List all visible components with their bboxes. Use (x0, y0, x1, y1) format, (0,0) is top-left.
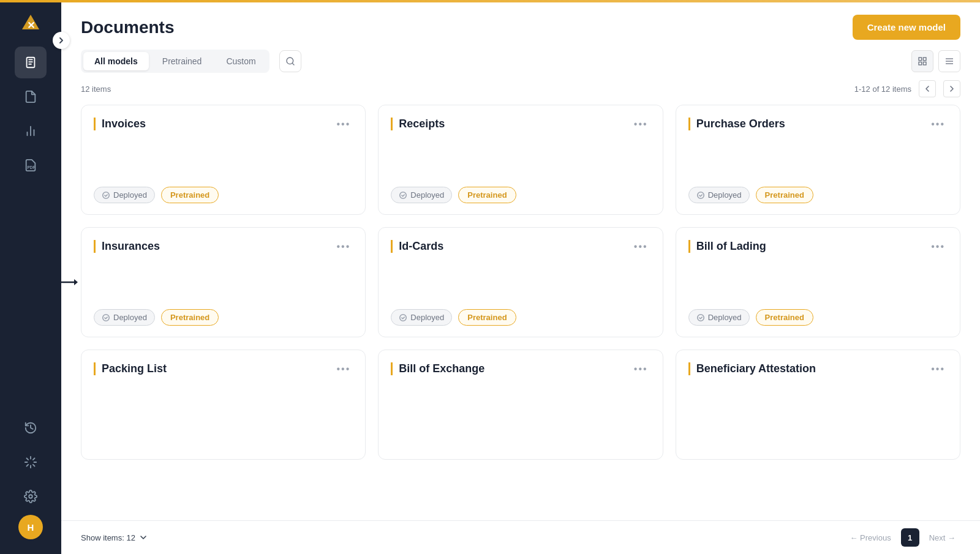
card-title: Beneficiary Attestation (688, 362, 816, 375)
card-footer: Deployed Pretrained (94, 187, 353, 203)
card-menu-button[interactable]: ••• (929, 240, 948, 253)
card-header: Bill of Exchange ••• (391, 362, 650, 376)
card-menu-button[interactable]: ••• (334, 240, 353, 253)
svg-text:✕: ✕ (27, 20, 35, 31)
list-view-button[interactable] (938, 50, 960, 72)
card-title: Bill of Exchange (391, 362, 484, 375)
card-header: Packing List ••• (94, 362, 353, 376)
svg-rect-10 (919, 58, 922, 61)
prev-page-button[interactable] (919, 80, 936, 97)
card-title: Packing List (94, 362, 167, 375)
tab-all-models[interactable]: All models (83, 52, 149, 70)
card-id-cards: Id-Cards ••• Deployed Pretrained (378, 227, 663, 337)
deployed-badge: Deployed (391, 309, 452, 326)
pretrained-badge: Pretrained (458, 309, 516, 326)
card-footer: Deployed Pretrained (391, 309, 650, 326)
card-menu-button[interactable]: ••• (929, 118, 948, 131)
sidebar-item-spinner[interactable] (15, 446, 47, 478)
card-menu-button[interactable]: ••• (334, 362, 353, 376)
bottom-bar: Show items: 12 ← Previous 1 Next → (61, 520, 980, 554)
svg-point-7 (29, 495, 32, 498)
svg-rect-13 (923, 62, 926, 65)
header: Documents Create new model (61, 0, 980, 50)
svg-text:PDF: PDF (28, 165, 36, 170)
search-button[interactable] (279, 50, 301, 72)
card-header: Purchase Orders ••• (688, 118, 948, 131)
card-menu-button[interactable]: ••• (631, 362, 650, 376)
card-header: Bill of Lading ••• (688, 240, 948, 253)
sidebar-bottom: H (15, 412, 47, 544)
pagination-info: 1-12 of 12 items (854, 80, 960, 97)
pretrained-badge: Pretrained (161, 187, 219, 203)
sidebar-item-pdf[interactable]: PDF (15, 149, 47, 181)
card-footer: Deployed Pretrained (391, 187, 650, 203)
deployed-badge: Deployed (688, 187, 750, 203)
previous-button[interactable]: ← Previous (845, 531, 895, 545)
sidebar-item-files[interactable] (15, 81, 47, 113)
svg-point-24 (697, 314, 704, 321)
page-title: Documents (81, 18, 174, 37)
card-footer: Deployed Pretrained (688, 309, 948, 326)
sidebar-nav: PDF (0, 47, 61, 407)
card-title: Insurances (94, 240, 160, 253)
next-button[interactable]: Next → (924, 531, 960, 545)
svg-point-22 (103, 314, 110, 321)
svg-line-9 (292, 63, 294, 65)
show-items-selector[interactable]: Show items: 12 (81, 533, 148, 542)
pretrained-badge: Pretrained (458, 187, 516, 203)
card-header: Id-Cards ••• (391, 240, 650, 253)
card-menu-button[interactable]: ••• (631, 240, 650, 253)
card-menu-button[interactable]: ••• (631, 118, 650, 131)
card-packing-list: Packing List ••• (81, 350, 366, 460)
sidebar: ✕ (0, 0, 61, 554)
sidebar-toggle[interactable] (53, 32, 70, 49)
sidebar-item-analytics[interactable] (15, 115, 47, 147)
card-insurances: Insurances ••• Deployed Pretrained (81, 227, 366, 337)
card-header: Invoices ••• (94, 118, 353, 131)
deployed-badge: Deployed (94, 309, 155, 326)
card-menu-button[interactable]: ••• (334, 118, 353, 131)
sidebar-item-documents[interactable] (15, 47, 47, 78)
card-title: Bill of Lading (688, 240, 766, 253)
bottom-pagination: ← Previous 1 Next → (845, 528, 960, 547)
svg-rect-12 (919, 62, 922, 65)
card-title: Id-Cards (391, 240, 443, 253)
page-1-button[interactable]: 1 (901, 528, 919, 547)
card-header: Insurances ••• (94, 240, 353, 253)
card-menu-button[interactable]: ••• (929, 362, 948, 376)
pretrained-badge: Pretrained (756, 309, 813, 326)
card-header: Beneficiary Attestation ••• (688, 362, 948, 376)
card-title: Invoices (94, 118, 146, 130)
card-footer: Deployed Pretrained (94, 309, 353, 326)
filter-bar: All models Pretrained Custom (61, 50, 980, 80)
card-purchase-orders: Purchase Orders ••• Deployed Pretrained (676, 105, 960, 215)
pretrained-badge: Pretrained (756, 187, 813, 203)
user-avatar[interactable]: H (18, 515, 43, 539)
card-title: Receipts (391, 118, 445, 130)
cards-grid-container: Invoices ••• Deployed Pretrained Receipt… (61, 105, 980, 520)
next-page-button[interactable] (943, 80, 960, 97)
create-model-button[interactable]: Create new model (853, 15, 960, 40)
svg-rect-11 (923, 58, 926, 61)
items-bar: 12 items 1-12 of 12 items (61, 80, 980, 105)
arrow-annotation (61, 276, 78, 288)
deployed-badge: Deployed (391, 187, 452, 203)
card-receipts: Receipts ••• Deployed Pretrained (378, 105, 663, 215)
card-bill-of-exchange: Bill of Exchange ••• (378, 350, 663, 460)
svg-point-18 (400, 192, 407, 198)
pagination-text: 1-12 of 12 items (854, 84, 911, 94)
deployed-badge: Deployed (94, 187, 155, 203)
grid-view-button[interactable] (911, 50, 933, 72)
top-accent-bar (0, 0, 980, 2)
card-title: Purchase Orders (688, 118, 785, 130)
svg-point-19 (697, 192, 704, 198)
tab-pretrained[interactable]: Pretrained (151, 52, 213, 70)
sidebar-item-settings[interactable] (15, 481, 47, 512)
pretrained-badge: Pretrained (161, 309, 219, 326)
svg-point-23 (400, 314, 407, 321)
view-controls (911, 50, 960, 72)
sidebar-item-history[interactable] (15, 412, 47, 444)
tab-custom[interactable]: Custom (215, 52, 266, 70)
sidebar-logo[interactable]: ✕ (17, 10, 44, 37)
card-beneficiary-attestation: Beneficiary Attestation ••• (676, 350, 960, 460)
